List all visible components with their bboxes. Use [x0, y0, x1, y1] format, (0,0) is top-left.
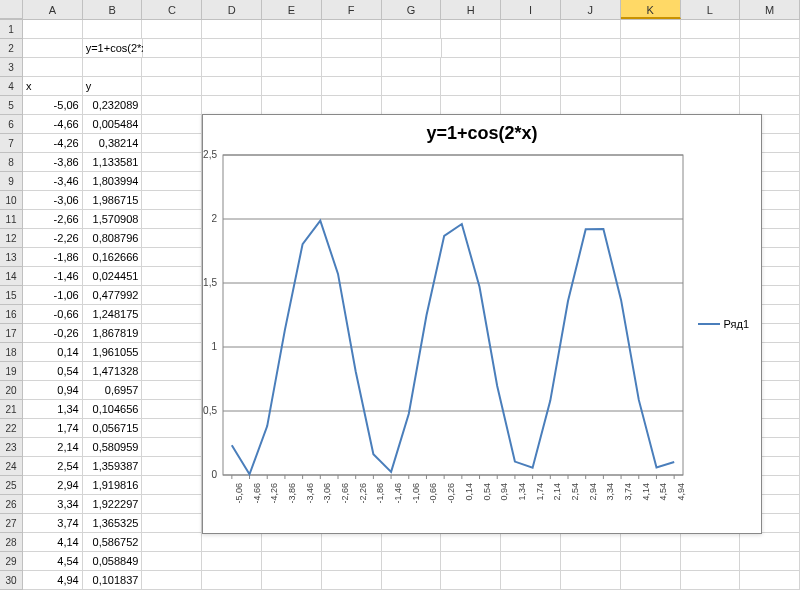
cell[interactable] [23, 39, 83, 58]
cell[interactable]: -0,26 [23, 324, 83, 343]
column-header-A[interactable]: A [23, 0, 83, 19]
cell[interactable] [681, 58, 741, 77]
cell[interactable]: 0,477992 [83, 286, 143, 305]
cell[interactable]: 1,365325 [83, 514, 143, 533]
cell[interactable] [322, 552, 382, 571]
cell[interactable] [681, 571, 741, 590]
cell[interactable] [142, 476, 202, 495]
cell[interactable] [740, 552, 800, 571]
column-header-L[interactable]: L [681, 0, 741, 19]
cell[interactable] [322, 96, 382, 115]
cell[interactable] [561, 39, 621, 58]
cell[interactable]: 2,94 [23, 476, 83, 495]
cell[interactable]: 0,94 [23, 381, 83, 400]
row-header[interactable]: 6 [0, 115, 23, 134]
cell[interactable] [142, 210, 202, 229]
row-header[interactable]: 28 [0, 533, 23, 552]
cell[interactable] [561, 20, 621, 39]
cell[interactable]: 0,54 [23, 362, 83, 381]
cell[interactable] [561, 77, 621, 96]
cell[interactable]: 1,248175 [83, 305, 143, 324]
cell[interactable] [83, 58, 143, 77]
cell[interactable] [142, 419, 202, 438]
cell[interactable] [142, 324, 202, 343]
cell[interactable]: 4,94 [23, 571, 83, 590]
cell[interactable] [441, 533, 501, 552]
column-header-J[interactable]: J [561, 0, 621, 19]
cell[interactable]: 1,803994 [83, 172, 143, 191]
cell[interactable] [382, 20, 442, 39]
cell[interactable] [262, 20, 322, 39]
row-header[interactable]: 21 [0, 400, 23, 419]
cell[interactable] [262, 96, 322, 115]
cell[interactable] [83, 20, 143, 39]
cell[interactable]: 4,54 [23, 552, 83, 571]
row-header[interactable]: 17 [0, 324, 23, 343]
column-header-K[interactable]: K [621, 0, 681, 19]
row-header[interactable]: 20 [0, 381, 23, 400]
row-header[interactable]: 16 [0, 305, 23, 324]
cell[interactable]: 3,34 [23, 495, 83, 514]
cell[interactable]: 1,961055 [83, 343, 143, 362]
cell[interactable] [561, 58, 621, 77]
cell[interactable]: 0,056715 [83, 419, 143, 438]
cell[interactable] [621, 39, 681, 58]
cell[interactable] [561, 571, 621, 590]
cell[interactable]: 1,570908 [83, 210, 143, 229]
cell[interactable]: 1,133581 [83, 153, 143, 172]
cell[interactable] [202, 571, 262, 590]
cell[interactable] [501, 20, 561, 39]
cell[interactable] [142, 115, 202, 134]
cell[interactable] [202, 58, 262, 77]
row-header[interactable]: 12 [0, 229, 23, 248]
row-header[interactable]: 26 [0, 495, 23, 514]
cell[interactable] [142, 77, 202, 96]
cell[interactable]: 2,54 [23, 457, 83, 476]
cell[interactable]: -1,46 [23, 267, 83, 286]
cell[interactable]: 0,580959 [83, 438, 143, 457]
cell[interactable] [322, 533, 382, 552]
column-header-G[interactable]: G [382, 0, 442, 19]
cell[interactable] [501, 571, 561, 590]
row-header[interactable]: 2 [0, 39, 23, 58]
cell[interactable] [262, 533, 322, 552]
cell[interactable] [382, 571, 442, 590]
cell[interactable] [501, 533, 561, 552]
row-header[interactable]: 18 [0, 343, 23, 362]
row-header[interactable]: 4 [0, 77, 23, 96]
cell[interactable]: x [23, 77, 83, 96]
cell[interactable] [501, 58, 561, 77]
cell[interactable] [681, 20, 741, 39]
cell[interactable] [382, 552, 442, 571]
row-header[interactable]: 8 [0, 153, 23, 172]
cell[interactable] [142, 153, 202, 172]
cell[interactable] [740, 571, 800, 590]
cell[interactable] [322, 39, 382, 58]
cell[interactable]: 0,005484 [83, 115, 143, 134]
cell[interactable]: 0,232089 [83, 96, 143, 115]
cell[interactable] [142, 172, 202, 191]
cell[interactable] [142, 286, 202, 305]
cell[interactable] [382, 533, 442, 552]
cell[interactable]: 3,74 [23, 514, 83, 533]
cell[interactable] [441, 58, 501, 77]
row-header[interactable]: 14 [0, 267, 23, 286]
cell[interactable] [202, 39, 262, 58]
cell[interactable]: -0,66 [23, 305, 83, 324]
select-all-corner[interactable] [0, 0, 23, 19]
cell[interactable] [740, 39, 800, 58]
cell[interactable] [740, 58, 800, 77]
cell[interactable] [621, 20, 681, 39]
cell[interactable] [262, 39, 322, 58]
cell[interactable] [202, 552, 262, 571]
row-header[interactable]: 5 [0, 96, 23, 115]
cell[interactable] [441, 20, 501, 39]
cell[interactable] [262, 571, 322, 590]
cell[interactable] [322, 571, 382, 590]
cell[interactable]: 0,162666 [83, 248, 143, 267]
cell[interactable]: 4,14 [23, 533, 83, 552]
column-header-F[interactable]: F [322, 0, 382, 19]
cell[interactable] [202, 20, 262, 39]
cell[interactable]: 0,586752 [83, 533, 143, 552]
cell[interactable] [681, 96, 741, 115]
